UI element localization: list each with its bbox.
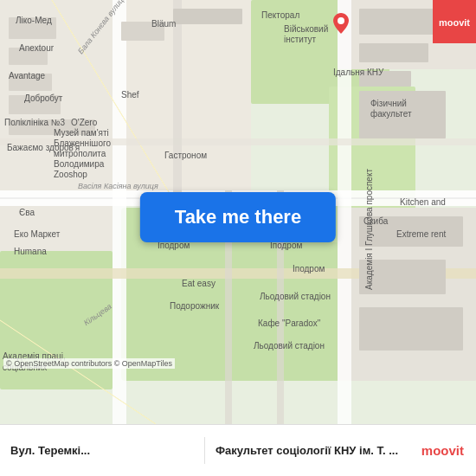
from-stop-name: Вул. Теремкі... xyxy=(10,444,194,457)
svg-rect-30 xyxy=(359,43,428,62)
to-stop-name: Факультет соціології КНУ ім. Т. ... xyxy=(215,444,399,457)
svg-rect-34 xyxy=(359,260,446,294)
svg-text:moovit: moovit xyxy=(439,17,470,28)
svg-rect-23 xyxy=(9,74,52,91)
to-stop[interactable]: Факультет соціології КНУ ім. Т. ... xyxy=(205,437,409,464)
svg-rect-25 xyxy=(9,119,65,135)
map-container: moovit Ліко-Мед Anextour Avantage Доброб… xyxy=(0,0,476,424)
svg-rect-24 xyxy=(9,95,61,114)
svg-rect-18 xyxy=(173,0,182,199)
svg-rect-26 xyxy=(61,119,95,135)
svg-rect-27 xyxy=(121,22,164,41)
svg-rect-22 xyxy=(9,48,48,65)
svg-rect-11 xyxy=(338,0,351,424)
take-me-there-button[interactable]: Take me there xyxy=(140,192,336,242)
svg-rect-32 xyxy=(359,91,446,138)
svg-rect-33 xyxy=(359,216,463,247)
attribution: © OpenStreetMap contributors © OpenMapTi… xyxy=(3,358,175,369)
moovit-brand-text: moovit xyxy=(421,443,464,458)
svg-rect-17 xyxy=(0,138,476,145)
svg-rect-35 xyxy=(359,307,463,351)
svg-rect-31 xyxy=(359,71,411,87)
svg-rect-28 xyxy=(173,9,242,24)
bottom-bar: Вул. Теремкі... Факультет соціології КНУ… xyxy=(0,424,476,476)
from-stop[interactable]: Вул. Теремкі... xyxy=(0,437,205,464)
svg-point-36 xyxy=(338,17,344,24)
svg-rect-21 xyxy=(9,17,56,39)
moovit-logo: moovit xyxy=(409,443,476,458)
